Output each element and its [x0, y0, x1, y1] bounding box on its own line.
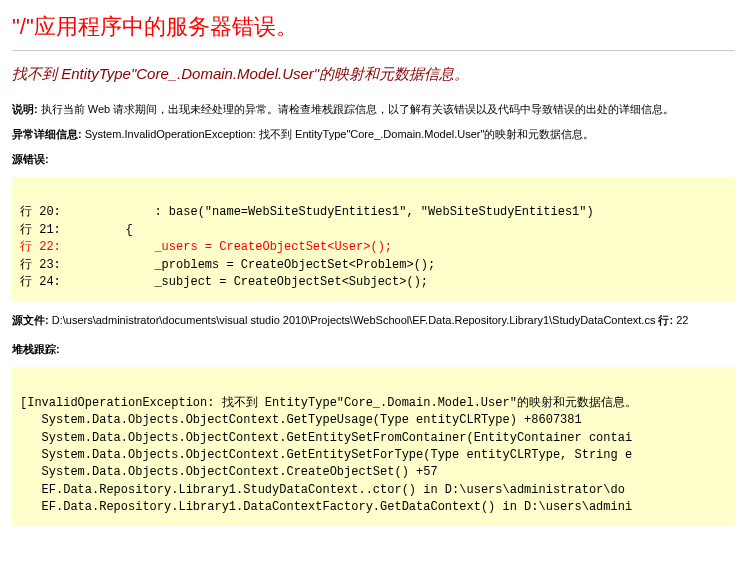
description-label: 说明: [12, 103, 38, 115]
line-label: 行: [655, 314, 673, 326]
source-file-path: D:\users\administrator\documents\visual … [49, 314, 656, 326]
source-file-label: 源文件: [12, 314, 49, 326]
code-error-line: 行 22: _users = CreateObjectSet<User>(); [20, 240, 392, 254]
stack-trace-block: [InvalidOperationException: 找不到 EntityTy… [12, 367, 735, 526]
description-line: 说明: 执行当前 Web 请求期间，出现未经处理的异常。请检查堆栈跟踪信息，以了… [12, 102, 735, 117]
code-context-before: 行 20: : base("name=WebSiteStudyEntities1… [20, 205, 594, 236]
exception-line: 异常详细信息: System.InvalidOperationException… [12, 127, 735, 142]
page-title: "/"应用程序中的服务器错误。 [12, 12, 735, 42]
error-subtitle: 找不到 EntityType"Core_.Domain.Model.User"的… [12, 65, 735, 84]
stack-trace-label: 堆栈跟踪: [12, 342, 735, 357]
exception-text: System.InvalidOperationException: 找不到 En… [82, 128, 595, 140]
source-code-block: 行 20: : base("name=WebSiteStudyEntities1… [12, 177, 735, 301]
code-context-after: 行 23: _problems = CreateObjectSet<Proble… [20, 258, 435, 289]
source-error-label: 源错误: [12, 152, 735, 167]
source-file-line: 源文件: D:\users\administrator\documents\vi… [12, 313, 735, 328]
line-number: 22 [673, 314, 688, 326]
description-text: 执行当前 Web 请求期间，出现未经处理的异常。请检查堆栈跟踪信息，以了解有关该… [38, 103, 675, 115]
exception-label: 异常详细信息: [12, 128, 82, 140]
divider [12, 50, 735, 51]
